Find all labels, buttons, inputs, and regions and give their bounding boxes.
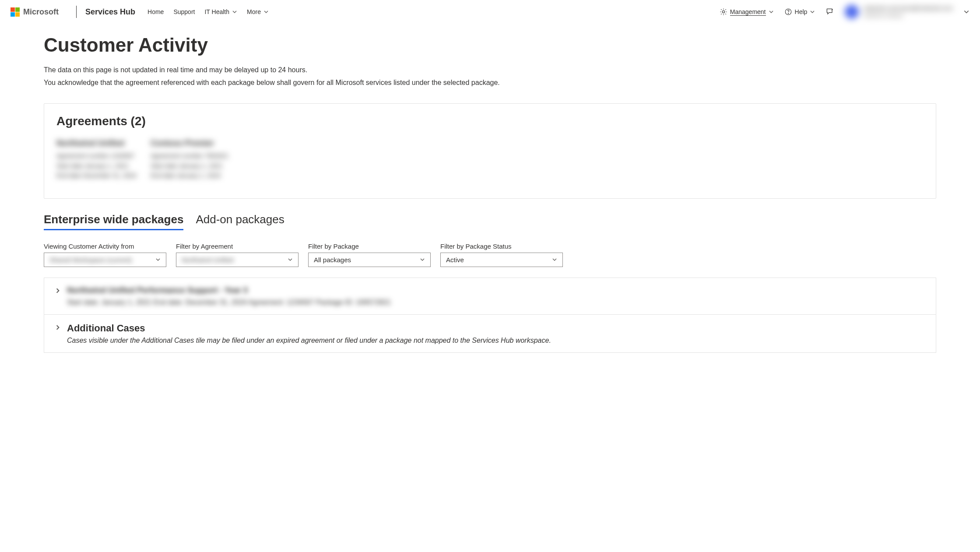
page-title: Customer Activity bbox=[44, 34, 936, 56]
filter-package: Filter by Package All packages bbox=[308, 243, 431, 267]
feedback-icon bbox=[825, 7, 834, 16]
viewing-from-dropdown[interactable]: Shared Workspace (current) bbox=[44, 253, 166, 267]
chevron-down-icon bbox=[810, 9, 815, 14]
header-bar: Microsoft Services Hub Home Support IT H… bbox=[0, 0, 980, 24]
chevron-right-icon[interactable] bbox=[55, 324, 61, 330]
additional-cases-desc: Cases visible under the Additional Cases… bbox=[67, 337, 925, 345]
package-meta: Start date: January 1, 2021 End date: De… bbox=[67, 299, 925, 306]
chevron-down-icon bbox=[552, 257, 557, 262]
user-menu[interactable]: redacted-username@redacted.com redacted-… bbox=[845, 5, 953, 19]
packages-list: Northwind Unified Performance Support - … bbox=[44, 278, 936, 353]
agreements-title: Agreements (2) bbox=[56, 114, 924, 128]
user-info: redacted-username@redacted.com redacted-… bbox=[863, 5, 953, 18]
avatar bbox=[845, 5, 859, 19]
agreement-item[interactable]: Northwind Unified Agreement number 12345… bbox=[56, 137, 137, 181]
nav-support[interactable]: Support bbox=[173, 8, 195, 15]
help-icon bbox=[784, 8, 792, 16]
nav-home[interactable]: Home bbox=[148, 8, 164, 15]
chevron-down-icon bbox=[420, 257, 425, 262]
chevron-down-icon bbox=[288, 257, 293, 262]
user-chevron-down-icon[interactable] bbox=[963, 9, 969, 15]
chevron-down-icon bbox=[155, 257, 161, 262]
svg-point-0 bbox=[722, 11, 724, 13]
main-content: Customer Activity The data on this page … bbox=[0, 24, 980, 370]
chevron-right-icon[interactable] bbox=[55, 288, 61, 294]
brand-text: Microsoft bbox=[23, 7, 59, 17]
gear-icon bbox=[720, 8, 727, 16]
agreement-item[interactable]: Contoso Premier Agreement number 7654321… bbox=[151, 137, 228, 181]
nav-it-health[interactable]: IT Health bbox=[204, 8, 237, 15]
agreements-list: Northwind Unified Agreement number 12345… bbox=[56, 137, 924, 181]
nav-more[interactable]: More bbox=[247, 8, 269, 15]
package-tabs: Enterprise wide packages Add-on packages bbox=[44, 213, 936, 230]
tab-addon-packages[interactable]: Add-on packages bbox=[196, 213, 284, 230]
chevron-down-icon bbox=[232, 9, 237, 14]
chevron-down-icon bbox=[769, 9, 774, 14]
sub-brand-text[interactable]: Services Hub bbox=[85, 7, 135, 17]
primary-nav: Home Support IT Health More bbox=[148, 8, 269, 15]
filter-viewing-from: Viewing Customer Activity from Shared Wo… bbox=[44, 243, 166, 267]
filters-row: Viewing Customer Activity from Shared Wo… bbox=[44, 243, 936, 267]
tab-enterprise-packages[interactable]: Enterprise wide packages bbox=[44, 213, 183, 230]
agreement-dropdown[interactable]: Northwind Unified bbox=[176, 253, 299, 267]
package-dropdown[interactable]: All packages bbox=[308, 253, 431, 267]
nav-help[interactable]: Help bbox=[784, 8, 815, 16]
header-divider bbox=[76, 6, 77, 18]
feedback-button[interactable] bbox=[825, 7, 834, 16]
page-description: The data on this page is not updated in … bbox=[44, 64, 936, 89]
additional-cases-title: Additional Cases bbox=[67, 323, 925, 334]
filter-agreement: Filter by Agreement Northwind Unified bbox=[176, 243, 299, 267]
chevron-down-icon bbox=[263, 9, 269, 14]
package-status-dropdown[interactable]: Active bbox=[440, 253, 563, 267]
filter-package-status: Filter by Package Status Active bbox=[440, 243, 563, 267]
svg-point-2 bbox=[788, 13, 788, 14]
header-right: Management Help bbox=[720, 5, 969, 19]
agreements-card: Agreements (2) Northwind Unified Agreeme… bbox=[44, 103, 936, 199]
package-row[interactable]: Northwind Unified Performance Support - … bbox=[44, 278, 936, 315]
additional-cases-row[interactable]: Additional Cases Cases visible under the… bbox=[44, 315, 936, 352]
microsoft-logo-icon bbox=[11, 7, 20, 17]
package-title: Northwind Unified Performance Support - … bbox=[67, 286, 925, 295]
microsoft-logo[interactable]: Microsoft bbox=[11, 7, 59, 17]
nav-management[interactable]: Management bbox=[720, 8, 774, 16]
